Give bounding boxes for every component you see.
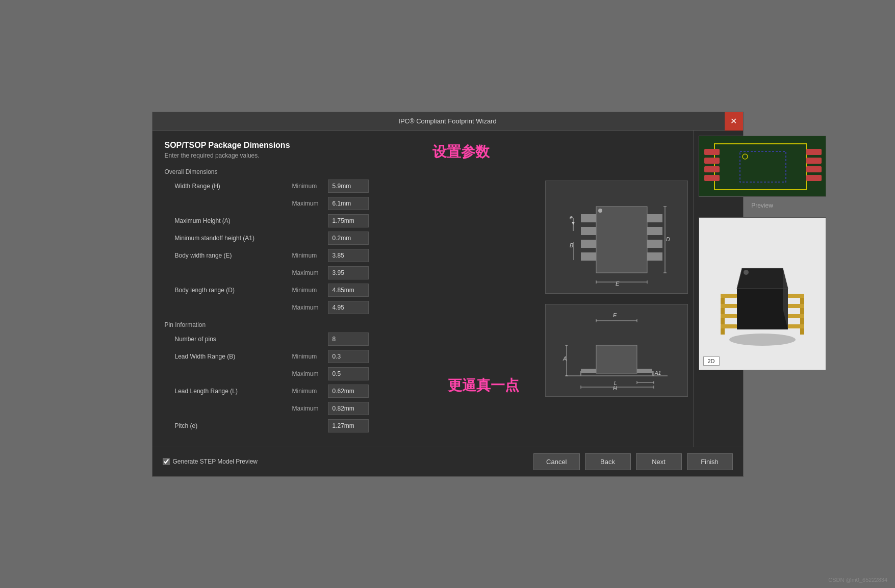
max-height-row: Maximum Height (A) — [165, 214, 528, 227]
lead-length-label: Lead Length Range (L) — [175, 388, 292, 395]
svg-rect-77 — [788, 304, 804, 308]
svg-rect-8 — [647, 227, 662, 235]
lead-length-min-label: Minimum — [292, 388, 328, 395]
svg-rect-72 — [721, 298, 725, 304]
body-width-row: Body width range (E) Minimum — [165, 249, 528, 262]
lead-length-max-label: Maximum — [292, 405, 328, 412]
svg-rect-83 — [800, 328, 804, 335]
svg-rect-51 — [704, 149, 720, 155]
generate-step-checkbox-label[interactable]: Generate STEP Model Preview — [163, 458, 529, 465]
content-area: SOP/TSOP Package Dimensions Enter the re… — [152, 131, 743, 447]
svg-rect-53 — [704, 166, 720, 172]
pin-info-label: Pin Information — [165, 321, 528, 328]
svg-rect-4 — [581, 227, 596, 235]
body-length-max-input[interactable] — [328, 301, 369, 314]
svg-rect-9 — [647, 240, 662, 248]
profile-view-diagram: A A1 E L — [545, 304, 688, 397]
svg-rect-82 — [800, 318, 804, 324]
diagram-area: e B D E — [540, 131, 693, 447]
svg-rect-78 — [788, 314, 804, 318]
svg-rect-54 — [704, 175, 720, 181]
svg-rect-6 — [581, 252, 596, 261]
svg-point-67 — [744, 270, 749, 275]
svg-rect-74 — [721, 318, 725, 324]
body-length-min-label: Minimum — [292, 287, 328, 294]
svg-rect-64 — [737, 289, 788, 329]
top-view-svg: e B D E — [555, 186, 678, 288]
svg-rect-52 — [704, 158, 720, 164]
width-range-row: Width Range (H) Minimum — [165, 180, 528, 193]
lead-length-row: Lead Length Range (L) Minimum — [165, 385, 528, 398]
svg-rect-80 — [800, 298, 804, 304]
preview-label: Preview — [751, 202, 773, 209]
body-length-label: Body length range (D) — [175, 287, 292, 294]
svg-rect-57 — [806, 166, 822, 172]
pitch-row: Pitch (e) — [165, 419, 528, 432]
lead-width-min-label: Minimum — [292, 353, 328, 360]
width-max-input[interactable] — [328, 197, 369, 210]
close-button[interactable]: ✕ — [725, 112, 743, 131]
svg-rect-7 — [647, 214, 662, 222]
max-height-input[interactable] — [328, 214, 369, 227]
body-width-max-row: Maximum — [165, 266, 528, 279]
svg-rect-5 — [581, 240, 596, 248]
svg-point-62 — [729, 334, 796, 346]
max-height-label: Maximum Height (A) — [175, 217, 292, 224]
svg-point-2 — [598, 209, 602, 213]
svg-text:A: A — [562, 355, 567, 362]
pitch-input[interactable] — [328, 419, 369, 432]
svg-rect-71 — [721, 324, 737, 328]
profile-view-svg: A A1 E L — [555, 310, 678, 391]
svg-rect-26 — [596, 345, 637, 373]
width-range-label: Width Range (H) — [175, 183, 292, 190]
width-min-input[interactable] — [328, 180, 369, 193]
section-title: SOP/TSOP Package Dimensions — [165, 141, 528, 150]
svg-rect-3 — [581, 214, 596, 222]
finish-button[interactable]: Finish — [687, 453, 733, 470]
lead-width-max-input[interactable] — [328, 367, 369, 380]
pcb-preview-svg — [699, 136, 826, 197]
svg-text:e: e — [570, 214, 573, 220]
lead-width-min-input[interactable] — [328, 350, 369, 363]
lead-length-min-input[interactable] — [328, 385, 369, 398]
body-width-min-input[interactable] — [328, 249, 369, 262]
footer: Generate STEP Model Preview Cancel Back … — [152, 447, 743, 476]
min-standoff-input[interactable] — [328, 232, 369, 245]
svg-rect-10 — [647, 252, 662, 261]
svg-text:H: H — [613, 385, 617, 391]
watermark: CSDN @m0_65222834 — [828, 577, 887, 583]
chip-3d-svg — [706, 227, 819, 360]
svg-rect-68 — [721, 294, 737, 298]
num-pins-label: Number of pins — [175, 336, 292, 343]
back-button[interactable]: Back — [585, 453, 631, 470]
body-length-max-row: Maximum — [165, 301, 528, 314]
generate-step-checkbox[interactable] — [163, 458, 170, 465]
body-width-label: Body width range (E) — [175, 252, 292, 259]
preview-3d: 2D — [699, 217, 826, 370]
body-length-min-input[interactable] — [328, 284, 369, 297]
svg-text:D: D — [666, 236, 670, 242]
lead-length-max-input[interactable] — [328, 402, 369, 415]
body-width-min-label: Minimum — [292, 252, 328, 259]
svg-text:E: E — [613, 312, 617, 318]
svg-rect-56 — [806, 158, 822, 164]
body-width-max-input[interactable] — [328, 266, 369, 279]
dialog-title: IPC® Compliant Footprint Wizard — [398, 117, 496, 125]
num-pins-input[interactable] — [328, 333, 369, 346]
svg-text:E: E — [616, 280, 620, 287]
body-length-max-label: Maximum — [292, 304, 328, 311]
view-2d-button[interactable]: 2D — [703, 356, 720, 366]
next-button[interactable]: Next — [636, 453, 682, 470]
cancel-button[interactable]: Cancel — [533, 453, 579, 470]
svg-rect-69 — [721, 304, 737, 308]
num-pins-row: Number of pins — [165, 333, 528, 346]
pitch-label: Pitch (e) — [175, 422, 292, 429]
main-dialog: IPC® Compliant Footprint Wizard ✕ SOP/TS… — [152, 112, 744, 477]
lead-width-max-label: Maximum — [292, 370, 328, 377]
body-width-max-label: Maximum — [292, 269, 328, 276]
body-length-row: Body length range (D) Minimum — [165, 284, 528, 297]
svg-text:B: B — [570, 242, 573, 248]
svg-rect-75 — [721, 328, 725, 335]
width-max-row: Maximum — [165, 197, 528, 210]
overall-dimensions-label: Overall Dimensions — [165, 168, 528, 175]
